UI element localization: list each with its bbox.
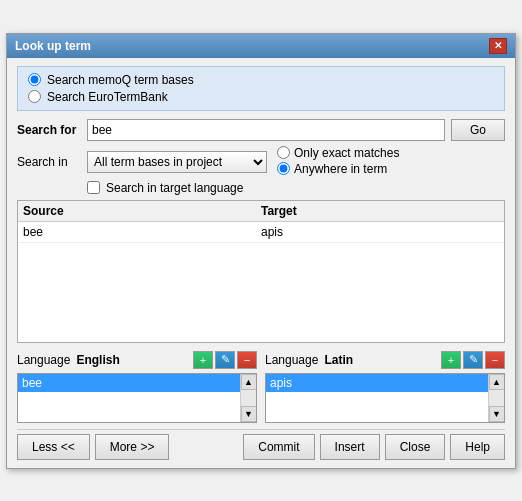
target-edit-icon[interactable]: ✎ [463, 351, 483, 369]
source-scroll-down[interactable]: ▼ [241, 406, 257, 422]
exact-match-row: Only exact matches [277, 146, 399, 160]
result-target: apis [261, 225, 499, 239]
commit-button[interactable]: Commit [243, 434, 314, 460]
right-buttons: Commit Insert Close Help [243, 434, 505, 460]
exact-match-label: Only exact matches [294, 146, 399, 160]
radio-memoq-label: Search memoQ term bases [47, 73, 194, 87]
target-language-row: Search in target language [87, 181, 505, 195]
source-term-list[interactable]: bee [18, 374, 240, 422]
col-source-header: Source [23, 204, 261, 218]
source-lang-label: Language [17, 353, 70, 367]
search-input[interactable] [87, 119, 445, 141]
source-lang-panel: Language English + ✎ − bee ▲ ▼ [17, 351, 257, 423]
close-button[interactable]: Close [385, 434, 446, 460]
results-header: Source Target [18, 201, 504, 222]
main-window: Look up term ✕ Search memoQ term bases S… [6, 33, 516, 469]
source-edit-icon[interactable]: ✎ [215, 351, 235, 369]
results-table: Source Target bee apis [17, 200, 505, 343]
source-term-box[interactable]: bee ▲ ▼ [17, 373, 257, 423]
radio-row-euro: Search EuroTermBank [28, 90, 494, 104]
target-lang-label: Language [265, 353, 318, 367]
target-lang-name: Latin [324, 353, 441, 367]
target-scroll-track [489, 390, 504, 406]
radio-memoq[interactable] [28, 73, 41, 86]
radio-euro-label: Search EuroTermBank [47, 90, 168, 104]
go-button[interactable]: Go [451, 119, 505, 141]
search-target-label: Search in target language [106, 181, 243, 195]
target-lang-header: Language Latin + ✎ − [265, 351, 505, 369]
results-body[interactable]: bee apis [18, 222, 504, 342]
search-for-row: Search for Go [17, 119, 505, 141]
anywhere-row: Anywhere in term [277, 162, 399, 176]
source-lang-name: English [76, 353, 193, 367]
source-lang-header: Language English + ✎ − [17, 351, 257, 369]
source-delete-icon[interactable]: − [237, 351, 257, 369]
close-button[interactable]: ✕ [489, 38, 507, 54]
window-title: Look up term [15, 39, 91, 53]
anywhere-label: Anywhere in term [294, 162, 387, 176]
more-button[interactable]: More >> [95, 434, 170, 460]
help-button[interactable]: Help [450, 434, 505, 460]
search-in-dropdown[interactable]: All term bases in project [87, 151, 267, 173]
source-term-entry[interactable]: bee [18, 374, 240, 392]
source-scroll-track [241, 390, 256, 406]
title-bar: Look up term ✕ [7, 34, 515, 58]
target-lang-panel: Language Latin + ✎ − apis ▲ ▼ [265, 351, 505, 423]
target-term-list[interactable]: apis [266, 374, 488, 422]
search-for-label: Search for [17, 123, 87, 137]
left-buttons: Less << More >> [17, 434, 169, 460]
less-button[interactable]: Less << [17, 434, 90, 460]
table-row[interactable]: bee apis [18, 222, 504, 243]
result-source: bee [23, 225, 261, 239]
col-target-header: Target [261, 204, 499, 218]
target-term-entry[interactable]: apis [266, 374, 488, 392]
insert-button[interactable]: Insert [320, 434, 380, 460]
target-term-box[interactable]: apis ▲ ▼ [265, 373, 505, 423]
source-scrollbar: ▲ ▼ [240, 374, 256, 422]
target-icons: + ✎ − [441, 351, 505, 369]
target-delete-icon[interactable]: − [485, 351, 505, 369]
content-area: Search memoQ term bases Search EuroTermB… [7, 58, 515, 468]
radio-euro[interactable] [28, 90, 41, 103]
radio-row-memoq: Search memoQ term bases [28, 73, 494, 87]
target-scroll-up[interactable]: ▲ [489, 374, 505, 390]
match-options: Only exact matches Anywhere in term [277, 146, 399, 178]
search-target-checkbox[interactable] [87, 181, 100, 194]
radio-exact[interactable] [277, 146, 290, 159]
target-add-icon[interactable]: + [441, 351, 461, 369]
search-mode-section: Search memoQ term bases Search EuroTermB… [17, 66, 505, 111]
radio-anywhere[interactable] [277, 162, 290, 175]
target-scroll-down[interactable]: ▼ [489, 406, 505, 422]
search-in-label: Search in [17, 155, 87, 169]
language-panels: Language English + ✎ − bee ▲ ▼ [17, 351, 505, 423]
target-scrollbar: ▲ ▼ [488, 374, 504, 422]
source-scroll-up[interactable]: ▲ [241, 374, 257, 390]
button-bar: Less << More >> Commit Insert Close Help [17, 429, 505, 460]
search-in-row: Search in All term bases in project Only… [17, 146, 505, 178]
source-icons: + ✎ − [193, 351, 257, 369]
source-add-icon[interactable]: + [193, 351, 213, 369]
